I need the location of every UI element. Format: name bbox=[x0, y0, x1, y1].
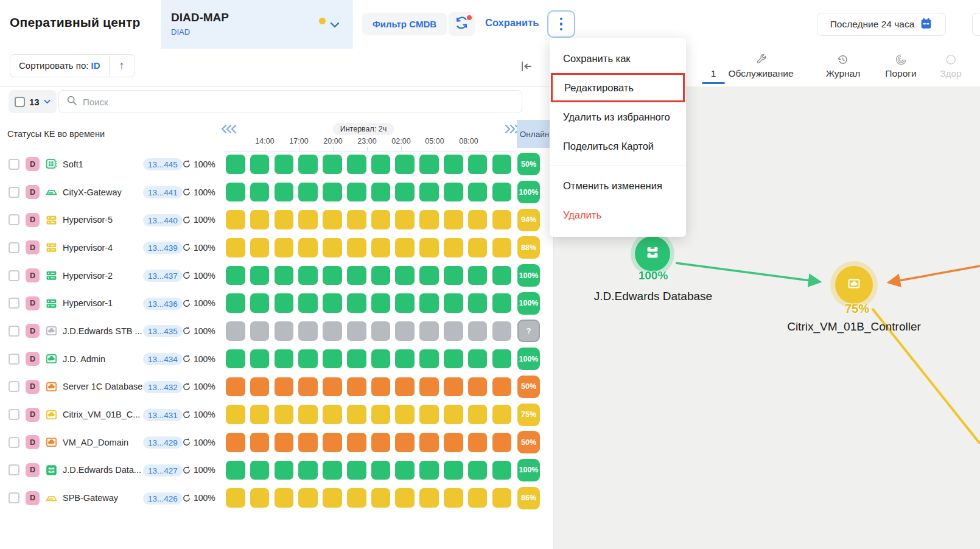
ci-id-link[interactable]: 13...427 bbox=[143, 464, 183, 477]
ci-name[interactable]: Citrix_VM_01B_C... bbox=[63, 410, 143, 419]
online-badge: 100% bbox=[517, 264, 540, 287]
ci-row[interactable]: D J.D.Edwards STB ... 13...435 100% ? bbox=[0, 317, 554, 345]
menu-item-Отменить изменения[interactable]: Отменить изменения bbox=[550, 171, 686, 200]
ci-row[interactable]: D CityX-Gateway 13...441 100% 100% bbox=[0, 178, 554, 206]
ci-name[interactable]: VM_AD_Domain bbox=[63, 438, 143, 447]
ci-row[interactable]: D Server 1C Database 13...432 100% 50% bbox=[0, 373, 554, 401]
availability-value: 100% bbox=[194, 298, 215, 308]
ci-name[interactable]: CityX-Gateway bbox=[63, 187, 143, 197]
map-node-jde-database[interactable] bbox=[635, 236, 670, 271]
row-checkbox[interactable] bbox=[9, 354, 19, 365]
ci-id-link[interactable]: 13...445 bbox=[143, 158, 183, 170]
menu-item-Редактировать[interactable]: Редактировать bbox=[553, 75, 683, 100]
kebab-menu-button[interactable] bbox=[547, 10, 575, 38]
row-checkbox[interactable] bbox=[9, 464, 19, 475]
ci-id-link[interactable]: 13...436 bbox=[143, 298, 183, 310]
row-checkbox[interactable] bbox=[9, 242, 19, 253]
ci-id-link[interactable]: 13...431 bbox=[143, 409, 183, 421]
availability-value: 100% bbox=[194, 382, 215, 391]
ci-id-link[interactable]: 13...434 bbox=[143, 353, 183, 365]
ci-name[interactable]: J.D. Admin bbox=[63, 354, 143, 364]
refresh-button[interactable] bbox=[449, 12, 475, 36]
ci-name[interactable]: Hypervisor-5 bbox=[63, 215, 143, 225]
status-cell bbox=[298, 349, 318, 369]
sort-by-button[interactable]: Сортировать по: ID bbox=[10, 54, 110, 77]
ci-name[interactable]: SPB-Gateway bbox=[63, 493, 143, 503]
ci-name[interactable]: Server 1C Database bbox=[63, 382, 143, 391]
status-cell bbox=[275, 293, 294, 313]
select-all-checkbox[interactable] bbox=[15, 97, 25, 107]
type-badge: D bbox=[26, 185, 40, 199]
status-cell bbox=[226, 349, 245, 369]
vm-icon bbox=[45, 352, 58, 365]
map-node-citrix-controller[interactable] bbox=[835, 266, 873, 304]
status-cells bbox=[226, 266, 511, 285]
ci-id-link[interactable]: 13...439 bbox=[143, 242, 183, 254]
ci-row[interactable]: D SPB-Gateway 13...426 100% 86% bbox=[0, 484, 554, 512]
menu-item-Удалить[interactable]: Удалить bbox=[550, 200, 686, 229]
tab-Здор[interactable]: Здор bbox=[940, 54, 962, 79]
ci-id-link[interactable]: 13...437 bbox=[143, 270, 183, 282]
map-code-link[interactable]: DIAD bbox=[171, 27, 190, 37]
ci-name[interactable]: Hypervisor-1 bbox=[63, 298, 143, 308]
ci-row[interactable]: D J.D. Admin 13...434 100% 100% bbox=[0, 345, 554, 373]
ci-id-link[interactable]: 13...426 bbox=[143, 492, 183, 505]
tab-Пороги[interactable]: Пороги bbox=[885, 54, 916, 79]
timeline-page-left-icon[interactable] bbox=[221, 124, 237, 136]
ci-row[interactable]: D Hypervisor-1 13...436 100% 100% bbox=[0, 289, 554, 317]
ci-row[interactable]: D Soft1 13...445 100% 50% bbox=[0, 150, 554, 178]
ci-name[interactable]: Hypervisor-2 bbox=[63, 271, 143, 281]
ci-id-link[interactable]: 13...440 bbox=[143, 214, 183, 226]
row-checkbox[interactable] bbox=[9, 187, 19, 198]
ci-id-link[interactable]: 13...429 bbox=[143, 436, 183, 449]
status-cell bbox=[444, 433, 463, 452]
chevron-down-icon[interactable] bbox=[330, 19, 340, 30]
menu-item-Поделиться Картой[interactable]: Поделиться Картой bbox=[550, 131, 686, 161]
ci-row[interactable]: D Hypervisor-2 13...437 100% 100% bbox=[0, 262, 554, 290]
collapse-panel-icon[interactable] bbox=[519, 58, 534, 74]
row-checkbox[interactable] bbox=[9, 159, 19, 170]
time-tick-label: 20:00 bbox=[323, 137, 342, 145]
availability-value: 100% bbox=[194, 243, 215, 253]
ci-row[interactable]: D Citrix_VM_01B_C... 13...431 100% 75% bbox=[0, 400, 554, 428]
ci-id-link[interactable]: 13...435 bbox=[143, 325, 183, 337]
menu-item-Сохранить как[interactable]: Сохранить как bbox=[550, 44, 686, 73]
selection-count-button[interactable]: 13 bbox=[9, 90, 57, 113]
row-checkbox[interactable] bbox=[9, 409, 19, 420]
ci-availability: 100% bbox=[182, 326, 222, 336]
ci-row[interactable]: D VM_AD_Domain 13...429 100% 50% bbox=[0, 428, 554, 456]
active-tab-underline bbox=[702, 82, 725, 84]
tab-Журнал[interactable]: Журнал bbox=[826, 54, 861, 79]
row-checkbox[interactable] bbox=[9, 298, 19, 309]
row-checkbox[interactable] bbox=[9, 381, 19, 392]
ci-id-link[interactable]: 13...432 bbox=[143, 381, 183, 393]
tab-Обслуживание[interactable]: Обслуживание bbox=[728, 54, 793, 79]
wrench-icon bbox=[728, 54, 793, 67]
filter-cmdb-button[interactable]: Фильтр CMDB bbox=[362, 13, 447, 35]
ci-name[interactable]: J.D.Edwards Data... bbox=[63, 465, 143, 475]
row-checkbox[interactable] bbox=[9, 492, 19, 503]
ci-row[interactable]: D Hypervisor-5 13...440 100% 94% bbox=[0, 206, 554, 234]
ci-name[interactable]: J.D.Edwards STB ... bbox=[63, 326, 143, 336]
search-box[interactable] bbox=[58, 90, 522, 113]
vm-icon bbox=[45, 408, 58, 421]
row-checkbox[interactable] bbox=[9, 270, 19, 281]
partial-button-edge[interactable] bbox=[972, 13, 980, 36]
ci-name[interactable]: Hypervisor-4 bbox=[63, 243, 143, 253]
time-range-button[interactable]: Последние 24 часа bbox=[817, 13, 946, 36]
sort-direction-button[interactable]: ↑ bbox=[110, 54, 135, 77]
map-selector[interactable]: DIAD-MAP DIAD bbox=[161, 0, 353, 49]
tab-1[interactable]: 1 bbox=[711, 54, 716, 79]
ci-name[interactable]: Soft1 bbox=[63, 159, 143, 169]
row-checkbox[interactable] bbox=[9, 326, 19, 337]
row-checkbox[interactable] bbox=[9, 214, 19, 225]
sort-control[interactable]: Сортировать по: ID ↑ bbox=[10, 54, 135, 77]
row-checkbox[interactable] bbox=[9, 437, 19, 448]
save-button[interactable]: Сохранить bbox=[485, 17, 539, 29]
menu-item-Удалить из избранного[interactable]: Удалить из избранного bbox=[550, 102, 686, 131]
menu-divider bbox=[550, 166, 686, 166]
ci-id-link[interactable]: 13...441 bbox=[143, 186, 183, 198]
search-input[interactable] bbox=[83, 97, 514, 107]
ci-row[interactable]: D Hypervisor-4 13...439 100% 88% bbox=[0, 234, 554, 262]
ci-row[interactable]: D J.D.Edwards Data... 13...427 100% 100% bbox=[0, 456, 554, 484]
